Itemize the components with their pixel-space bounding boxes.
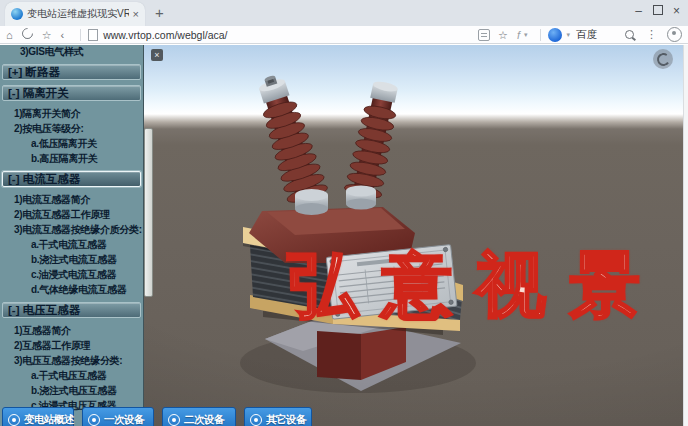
home-icon[interactable]: ⌂ xyxy=(6,27,13,43)
menu-item-label: 3)电压互感器按绝缘分类: xyxy=(14,355,122,366)
menu-item-label: 1)互感器简介 xyxy=(14,325,71,336)
menu-item-label: [-] 电压互感器 xyxy=(8,304,80,316)
nav-button-icon xyxy=(250,414,262,426)
menu-list: 3)GIS电气样式 [+] 断路器 [-] 隔离开关 1)隔离开关简介 2)按电… xyxy=(0,45,143,413)
window-controls: – × xyxy=(629,0,686,22)
transformer-model xyxy=(143,45,683,426)
sidebar-menu-item[interactable]: 3)GIS电气样式 xyxy=(0,45,143,59)
sidebar-menu-item[interactable]: [-] 电压互感器 xyxy=(2,302,141,318)
sidebar-menu-item[interactable]: [+] 断路器 xyxy=(2,64,141,80)
search-icon[interactable] xyxy=(625,30,634,39)
browser-tab-bar: 变电站运维虚拟现实VR × + – × xyxy=(0,0,688,26)
maximize-icon xyxy=(653,5,663,15)
sidebar-menu-item[interactable]: 2)按电压等级分: xyxy=(0,121,143,136)
sidebar-menu-item[interactable]: d.气体绝缘电流互感器 xyxy=(0,282,143,297)
bottom-nav-button[interactable]: 其它设备 xyxy=(244,407,312,426)
menu-item-label: 1)电流互感器简介 xyxy=(14,194,90,205)
tab-favicon-icon xyxy=(11,8,23,20)
watermark-text: 弘意视景 xyxy=(288,247,688,323)
menu-item-label: c.油浸式电流互感器 xyxy=(31,269,116,280)
menu-dots-icon[interactable]: ⋮ xyxy=(646,28,657,41)
nav-button-icon xyxy=(8,414,20,426)
nav-button-label: 二次设备 xyxy=(184,413,224,426)
sidebar-menu-item[interactable]: b.浇注式电流互感器 xyxy=(0,252,143,267)
sidebar-menu-item[interactable]: 3)电流互感器按绝缘介质分类: xyxy=(0,222,143,237)
browser-toolbar: ⌂ ☆ ‹ www.vrtop.com/webgl/aca/ ☆ f ▾ ▾ 百… xyxy=(0,26,688,44)
url-text[interactable]: www.vrtop.com/webgl/aca/ xyxy=(103,29,227,41)
sidebar-menu-item[interactable]: b.高压隔离开关 xyxy=(0,151,143,166)
sidebar-menu-item[interactable]: a.低压隔离开关 xyxy=(0,136,143,151)
menu-item-label: [-] 电流互感器 xyxy=(8,173,80,185)
page-scrollbar-strip[interactable] xyxy=(683,45,688,426)
menu-item-label: 3)GIS电气样式 xyxy=(20,46,83,57)
base-block-side xyxy=(361,327,406,380)
sidebar-menu-item[interactable]: 1)电流互感器简介 xyxy=(0,192,143,207)
sidebar-menu-item[interactable]: 3)电压互感器按绝缘分类: xyxy=(0,353,143,368)
tab-close-icon[interactable]: × xyxy=(133,8,139,20)
bushing-left xyxy=(249,70,331,212)
refresh-icon[interactable] xyxy=(22,27,33,43)
model-ground-shadow xyxy=(240,333,476,393)
sidebar-menu-item[interactable]: 2)电流互感器工作原理 xyxy=(0,207,143,222)
bottom-nav-bar: 变电站概述 一次设备 二次设备 其它设备 xyxy=(2,407,312,426)
avatar-icon[interactable] xyxy=(667,27,682,42)
menu-item-label: 3)电流互感器按绝缘介质分类: xyxy=(14,224,142,235)
search-engine-label[interactable]: 百度 xyxy=(576,28,597,42)
bottom-nav-button[interactable]: 变电站概述 xyxy=(2,407,74,426)
nav-button-icon xyxy=(168,414,180,426)
new-tab-button[interactable]: + xyxy=(155,5,164,21)
menu-item-label: [+] 断路器 xyxy=(8,66,60,78)
base-block-front xyxy=(317,331,361,380)
search-engine-logo-icon[interactable] xyxy=(548,28,562,42)
bookmark-star-icon[interactable]: ☆ xyxy=(498,27,508,43)
favorites-star-icon[interactable]: ☆ xyxy=(42,27,52,43)
collar-right xyxy=(346,186,376,210)
pedestal-plate xyxy=(265,314,461,391)
sidebar-menu-item[interactable]: [-] 电流互感器 xyxy=(2,171,141,187)
menu-item-label: 2)电流互感器工作原理 xyxy=(14,209,110,220)
bushing-right xyxy=(342,78,404,204)
nav-button-icon xyxy=(88,414,100,426)
sidebar-menu: 3)GIS电气样式 [+] 断路器 [-] 隔离开关 1)隔离开关简介 2)按电… xyxy=(0,45,144,426)
menu-item-label: a.干式电压互感器 xyxy=(31,370,107,381)
sidebar-menu-item[interactable]: a.干式电压互感器 xyxy=(0,368,143,383)
nav-button-label: 其它设备 xyxy=(266,413,306,426)
sidebar-menu-item[interactable]: a.干式电流互感器 xyxy=(0,237,143,252)
collar-left xyxy=(295,189,328,215)
menu-item-label: d.气体绝缘电流互感器 xyxy=(31,284,127,295)
flash-icon[interactable]: f xyxy=(517,29,520,41)
sidebar-menu-item[interactable]: 1)互感器简介 xyxy=(0,323,143,338)
menu-item-label: a.干式电流互感器 xyxy=(31,239,107,250)
viewport-close-button[interactable]: × xyxy=(151,49,163,61)
viewport-3d-canvas[interactable]: × xyxy=(143,45,683,426)
sidebar-menu-item[interactable]: b.浇注式电压互感器 xyxy=(0,383,143,398)
page-icon xyxy=(88,29,98,41)
engine-caret-icon[interactable]: ▾ xyxy=(566,31,570,39)
menu-item-label: a.低压隔离开关 xyxy=(31,138,97,149)
sidebar-menu-item[interactable]: [-] 隔离开关 xyxy=(2,85,141,101)
menu-item-label: b.浇注式电压互感器 xyxy=(31,385,117,396)
nav-button-label: 一次设备 xyxy=(104,413,144,426)
cap-top-face xyxy=(267,208,405,235)
extensions-caret-icon[interactable]: ▾ xyxy=(524,31,528,39)
toolbar-divider xyxy=(80,29,81,41)
tab-title: 变电站运维虚拟现实VR xyxy=(27,7,129,21)
sidebar-scrollbar-thumb[interactable] xyxy=(144,128,153,297)
orbit-view-icon[interactable] xyxy=(653,49,673,69)
bottom-nav-button[interactable]: 一次设备 xyxy=(82,407,154,426)
back-icon[interactable]: ‹ xyxy=(61,27,65,43)
translate-page-icon[interactable] xyxy=(478,29,490,41)
sidebar-menu-item[interactable]: 1)隔离开关简介 xyxy=(0,106,143,121)
sidebar-menu-item[interactable]: 2)互感器工作原理 xyxy=(0,338,143,353)
close-button[interactable]: × xyxy=(667,1,686,21)
menu-item-label: b.高压隔离开关 xyxy=(31,153,98,164)
menu-item-label: 2)互感器工作原理 xyxy=(14,340,90,351)
sidebar-menu-item[interactable]: c.油浸式电流互感器 xyxy=(0,267,143,282)
bottom-nav-button[interactable]: 二次设备 xyxy=(162,407,236,426)
browser-tab[interactable]: 变电站运维虚拟现实VR × xyxy=(5,2,145,26)
menu-item-label: 1)隔离开关简介 xyxy=(14,108,81,119)
minimize-button[interactable]: – xyxy=(629,1,648,21)
maximize-button[interactable] xyxy=(648,1,667,21)
toolbar-divider xyxy=(540,29,541,41)
menu-item-label: b.浇注式电流互感器 xyxy=(31,254,117,265)
